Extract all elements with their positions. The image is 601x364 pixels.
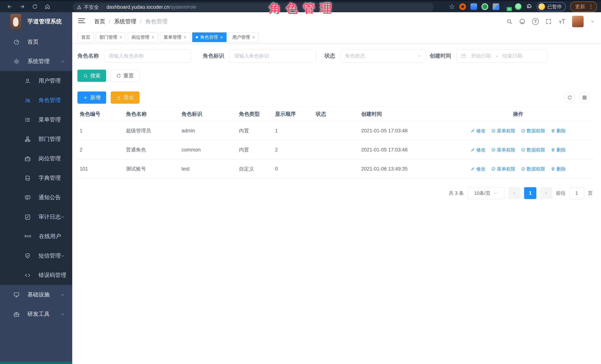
tag-departments[interactable]: 部门管理 × [96, 32, 126, 42]
extension-on-badge: on [507, 7, 512, 11]
sidebar-item-system[interactable]: 系统管理 [0, 52, 72, 71]
extension-icon[interactable]: on [504, 3, 511, 10]
dev-tools-icon [13, 311, 20, 317]
user-avatar[interactable] [572, 16, 584, 27]
edit-link[interactable]: 修改 [471, 147, 486, 153]
sidebar-collapse-icon[interactable] [78, 18, 85, 23]
close-icon[interactable]: × [220, 35, 223, 40]
insecure-warning-icon[interactable] [77, 5, 82, 10]
browser-update-button[interactable]: 更新 ⋮ [570, 1, 597, 12]
browser-home-icon[interactable] [44, 4, 50, 10]
browser-reload-icon[interactable] [32, 4, 38, 10]
close-icon[interactable]: × [120, 35, 122, 40]
close-icon[interactable]: × [252, 35, 255, 40]
extension-icon[interactable] [515, 3, 521, 10]
chevron-down-icon [60, 312, 65, 317]
breadcrumb-system[interactable]: 系统管理 [114, 18, 136, 25]
menu-permission-link[interactable]: 菜单权限 [491, 166, 515, 172]
address-bar[interactable]: 不安全 dashboard.yudao.iocoder.cn /system/r… [73, 3, 434, 11]
trash-icon [551, 167, 555, 171]
role-name-input[interactable]: 请输入角色名称 [104, 49, 191, 63]
edit-link[interactable]: 修改 [471, 166, 486, 172]
bookmark-star-icon[interactable]: ☆ [449, 3, 455, 10]
grid-icon [582, 95, 587, 100]
font-size-icon[interactable] [558, 18, 565, 25]
avatar-caret-down-icon[interactable] [590, 19, 595, 24]
sidebar-item-audit-log[interactable]: 审计日志 [0, 207, 72, 227]
user-icon [24, 78, 31, 84]
menu-permission-link[interactable]: 菜单权限 [491, 128, 515, 134]
page-size-select[interactable]: 10条/页 [468, 187, 504, 199]
sidebar-item-departments[interactable]: 部门管理 [0, 129, 72, 149]
column-settings-button[interactable] [579, 92, 590, 103]
extension-icon[interactable] [459, 3, 466, 10]
github-icon[interactable] [519, 18, 525, 25]
extension-icon[interactable] [481, 3, 488, 10]
menu-permission-link[interactable]: 菜单权限 [491, 147, 515, 153]
table-refresh-button[interactable] [564, 92, 575, 103]
tag-menus[interactable]: 菜单管理 × [160, 32, 190, 42]
sidebar-item-online-users[interactable]: 0x0 在线用户 [0, 227, 72, 246]
prev-page-button[interactable] [508, 187, 521, 199]
pencil-icon [471, 128, 475, 133]
tag-home[interactable]: 首页 [78, 32, 94, 42]
export-button[interactable]: 导出 [111, 91, 140, 104]
edit-link[interactable]: 修改 [471, 128, 486, 134]
sidebar-item-home[interactable]: 首页 [0, 32, 72, 52]
extension-icon[interactable] [493, 3, 499, 10]
page-number-button[interactable]: 1 [524, 187, 536, 199]
roles-table: 角色编号 角色名称 角色标识 角色类型 显示顺序 状态 创建时间 操作 1 超级… [77, 107, 594, 178]
add-button[interactable]: 新增 [77, 91, 106, 104]
sidebar-item-menus[interactable]: 菜单管理 [0, 110, 72, 129]
paused-extension-pill[interactable]: 已暂停 [537, 2, 566, 11]
sidebar: 芋道管理系统 首页 系统管理 用户管理 角色管理 [0, 12, 72, 364]
org-tree-icon [24, 136, 31, 142]
delete-link[interactable]: 删除 [551, 128, 566, 134]
reset-button[interactable]: 重置 [110, 70, 140, 82]
browser-forward-icon[interactable] [19, 4, 25, 10]
delete-link[interactable]: 删除 [551, 166, 566, 172]
delete-link[interactable]: 删除 [551, 147, 566, 153]
goto-page-input[interactable]: 1 [569, 187, 584, 199]
browser-back-icon[interactable] [7, 4, 13, 10]
sidebar-item-error-code[interactable]: 错误码管理 [0, 266, 72, 285]
emoji-face-icon [538, 3, 545, 10]
role-id: 2 [80, 147, 126, 153]
chevron-right-icon [544, 191, 549, 196]
sidebar-item-dict[interactable]: 字典管理 [0, 168, 72, 188]
sidebar-item-notice[interactable]: 通知公告 [0, 188, 72, 207]
date-range-picker[interactable]: 开始日期 - 结束日期 [456, 49, 547, 63]
circle-check-icon [521, 148, 525, 152]
circle-check-icon [491, 167, 496, 171]
browser-menu-kebab-icon[interactable]: ⋮ [588, 4, 594, 9]
update-label: 更新 [575, 3, 585, 10]
search-button[interactable]: 搜索 [77, 70, 106, 82]
tag-positions[interactable]: 岗位管理 × [128, 32, 158, 42]
role-name: 测试账号 [126, 166, 181, 172]
help-icon[interactable]: ? [532, 18, 539, 25]
data-permission-link[interactable]: 数据权限 [521, 147, 545, 153]
status-select[interactable]: 角色状态 [341, 49, 426, 63]
extension-icon[interactable] [471, 3, 477, 10]
sidebar-item-sms[interactable]: 短信管理 [0, 246, 72, 266]
data-permission-link[interactable]: 数据权限 [521, 128, 545, 134]
sms-shield-icon [24, 253, 31, 259]
tag-roles-active[interactable]: 角色管理 × [192, 32, 227, 42]
close-icon[interactable]: × [183, 35, 186, 40]
sidebar-item-infra[interactable]: 基础设施 [0, 285, 72, 304]
role-key-input[interactable]: 请输入角色标识 [230, 49, 317, 63]
sidebar-item-users[interactable]: 用户管理 [0, 71, 72, 90]
search-icon[interactable] [506, 18, 512, 25]
app-logo[interactable]: 芋道管理系统 [0, 12, 72, 31]
sidebar-item-roles[interactable]: 角色管理 [0, 90, 72, 110]
data-permission-link[interactable]: 数据权限 [521, 166, 545, 172]
close-icon[interactable]: × [151, 35, 154, 40]
breadcrumb-home[interactable]: 首页 [94, 18, 105, 25]
sidebar-item-dev-tools[interactable]: 研发工具 [0, 304, 72, 324]
url-path: /system/role [169, 4, 196, 10]
sidebar-item-positions[interactable]: 岗位管理 [0, 149, 72, 168]
extensions-puzzle-icon[interactable] [526, 3, 532, 10]
tag-users[interactable]: 用户管理 × [229, 32, 259, 42]
next-page-button[interactable] [540, 187, 552, 199]
fullscreen-icon[interactable] [545, 18, 552, 25]
